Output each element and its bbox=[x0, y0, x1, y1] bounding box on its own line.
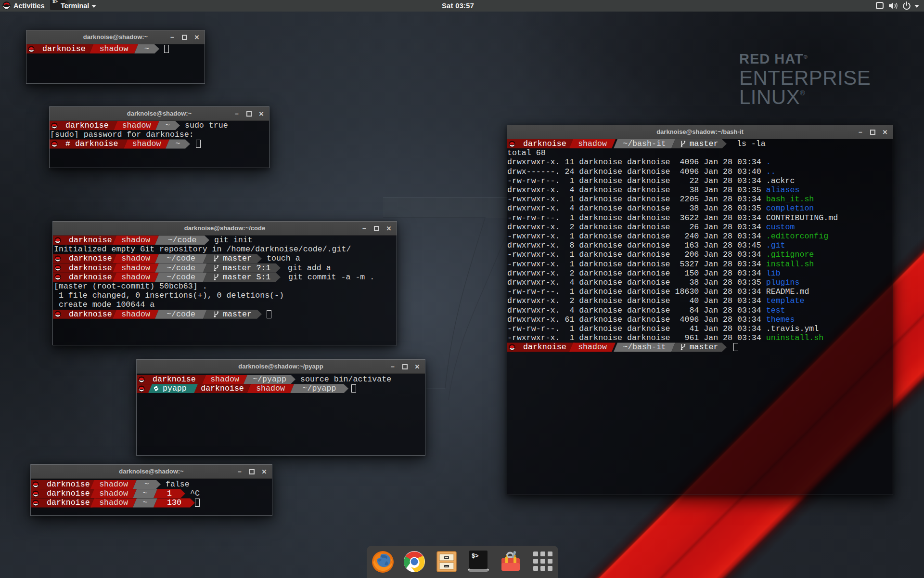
svg-text:$>: $> bbox=[472, 553, 478, 560]
